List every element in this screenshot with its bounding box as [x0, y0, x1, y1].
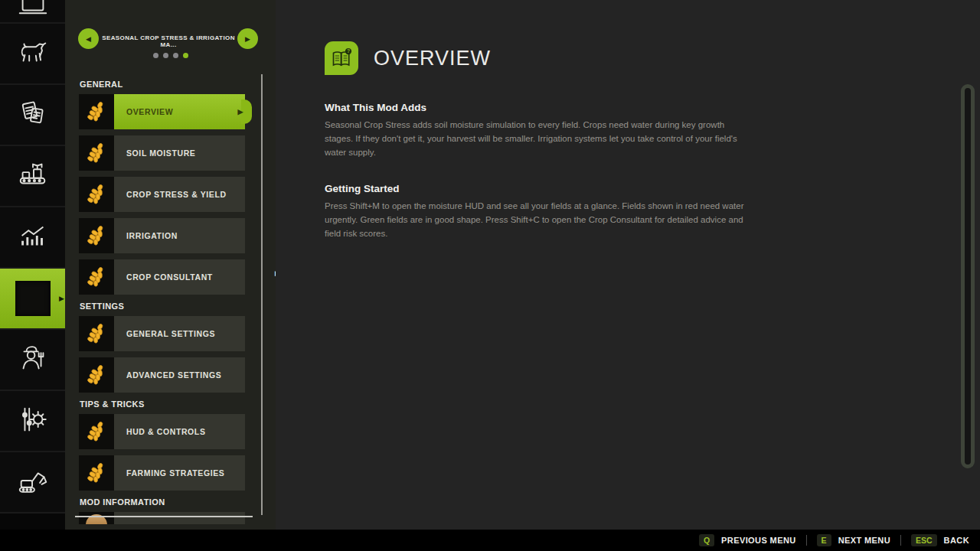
section-label: GENERAL — [80, 80, 276, 89]
sidebar-scrollbar[interactable] — [261, 74, 263, 515]
menu-cutoff-divider — [75, 516, 253, 517]
next-page-button[interactable]: ▶ — [237, 28, 258, 49]
help-text: What This Mod Adds Seasonal Crop Stress … — [325, 102, 751, 241]
rail-tab-contracts-documents[interactable] — [0, 85, 65, 146]
help-section-2: Getting Started Press Shift+M to open th… — [325, 183, 751, 240]
previous-page-button[interactable]: ◀ — [78, 28, 99, 49]
rail-tab-farmer-character[interactable] — [0, 330, 65, 391]
wheat-icon — [79, 218, 114, 253]
mod-guide-icon — [15, 281, 51, 316]
wheat-icon — [79, 94, 114, 129]
help-sidebar: ◀ SEASONAL CROP STRESS & IRRIGATION MA..… — [65, 0, 276, 530]
rail-tab-production[interactable] — [0, 146, 65, 207]
sidebar-item-label: CROP STRESS & YIELD — [114, 177, 245, 212]
sidebar-item-advanced-settings[interactable]: ADVANCED SETTINGS — [79, 357, 245, 393]
wheat-icon — [79, 316, 114, 351]
mod-help-screen: ▶ ◀ SEASONAL CROP STRESS & IRRIGATION MA… — [0, 0, 980, 551]
section-label: TIPS & TRICKS — [80, 399, 276, 409]
sidebar-title: SEASONAL CROP STRESS & IRRIGATION MA... — [102, 34, 235, 48]
sidebar-item-label: FARMING STRATEGIES — [114, 455, 245, 491]
wheat-icon — [79, 414, 114, 449]
page-dot-1[interactable] — [153, 53, 158, 58]
wheat-icon — [79, 455, 114, 491]
hint-label: BACK — [944, 536, 969, 545]
rail-tab-statistics[interactable] — [0, 207, 65, 269]
help-section-1: What This Mod Adds Seasonal Crop Stress … — [325, 102, 751, 159]
wheat-icon — [79, 259, 114, 295]
hint-label: NEXT MENU — [838, 536, 890, 545]
wheat-icon — [79, 357, 114, 393]
sidebar-item-label: GENERAL SETTINGS — [114, 316, 245, 351]
hint-previous-menu[interactable]: QPREVIOUS MENU — [699, 534, 796, 546]
sidebar-item-label: SOIL MOISTURE — [114, 135, 245, 171]
sidebar-item-label: IRRIGATION — [114, 218, 245, 253]
section-body: Seasonal Crop Stress adds soil moisture … — [325, 119, 751, 159]
sidebar-item-label: HUD & CONTROLS — [114, 414, 245, 449]
wheat-icon — [79, 177, 114, 212]
pagination-dots — [65, 53, 276, 58]
sidebar-item-label — [114, 512, 245, 524]
sidebar-item-farming-strategies[interactable]: FARMING STRATEGIES — [79, 455, 245, 491]
key-hint-bar: QPREVIOUS MENUENEXT MENUESCBACK — [0, 530, 980, 551]
hint-next-menu[interactable]: ENEXT MENU — [817, 534, 890, 546]
sidebar-item-label: CROP CONSULTANT — [114, 259, 245, 295]
contracts-documents-icon — [15, 96, 51, 134]
wheat-icon — [79, 135, 114, 171]
mod-author-icon — [79, 512, 114, 524]
left-icon-rail: ▶ — [0, 0, 65, 530]
sidebar-item-label: ADVANCED SETTINGS — [114, 357, 245, 393]
production-icon — [15, 157, 51, 195]
section-label: MOD INFORMATION — [80, 497, 276, 507]
sidebar-item-crop-consultant[interactable]: CROP CONSULTANT — [79, 259, 245, 295]
page-title: OVERVIEW — [374, 47, 491, 70]
construction-excavator-icon — [15, 463, 51, 501]
section-body: Press Shift+M to open the moisture HUD a… — [325, 200, 751, 240]
key-badge: ESC — [911, 534, 937, 546]
sidebar-item-irrigation[interactable]: IRRIGATION — [79, 218, 245, 253]
sidebar-item-crop-stress-yield[interactable]: CROP STRESS & YIELD — [79, 177, 245, 212]
hint-separator — [806, 535, 807, 546]
hint-label: PREVIOUS MENU — [721, 536, 796, 545]
hint-back[interactable]: ESCBACK — [911, 534, 969, 546]
sidebar-item-soil-moisture[interactable]: SOIL MOISTURE — [79, 135, 245, 171]
farmer-character-icon — [15, 341, 51, 379]
statistics-icon — [15, 218, 51, 256]
section-label: SETTINGS — [80, 302, 276, 311]
rail-tab-screen[interactable] — [0, 0, 65, 24]
screen-icon — [15, 2, 51, 21]
page-dot-4[interactable] — [183, 53, 188, 58]
page-dot-2[interactable] — [163, 53, 168, 58]
help-book-icon: ? — [325, 41, 358, 75]
sidebar-item-label: OVERVIEW▶ — [114, 94, 245, 129]
rail-tab-mod-guide[interactable]: ▶ — [0, 269, 65, 330]
content-scrollbar[interactable] — [961, 84, 975, 468]
sidebar-menu: GENERALOVERVIEW▶SOIL MOISTURECROP STRESS… — [65, 73, 276, 530]
selected-item-arrow-icon: ▶ — [237, 108, 243, 116]
section-heading: Getting Started — [325, 183, 751, 194]
rail-tab-game-settings[interactable] — [0, 391, 65, 452]
section-heading: What This Mod Adds — [325, 102, 751, 113]
sidebar-item-general-settings[interactable]: GENERAL SETTINGS — [79, 316, 245, 351]
svg-text:?: ? — [347, 48, 350, 54]
rail-tab-animals-cow[interactable] — [0, 24, 65, 85]
rail-tab-construction-excavator[interactable] — [0, 452, 65, 514]
game-settings-icon — [15, 402, 51, 440]
selected-tab-arrow-icon: ▶ — [59, 295, 64, 302]
content-header: ? OVERVIEW — [325, 41, 491, 75]
sidebar-item-mod-info[interactable] — [79, 512, 245, 524]
animals-cow-icon — [15, 34, 51, 73]
key-badge: Q — [699, 534, 714, 546]
page-dot-3[interactable] — [173, 53, 178, 58]
help-content-area: ? OVERVIEW What This Mod Adds Seasonal C… — [276, 0, 980, 530]
sidebar-item-overview[interactable]: OVERVIEW▶ — [79, 94, 245, 129]
sidebar-item-hud-controls[interactable]: HUD & CONTROLS — [79, 414, 245, 449]
hint-separator — [900, 535, 901, 546]
key-badge: E — [817, 534, 831, 546]
